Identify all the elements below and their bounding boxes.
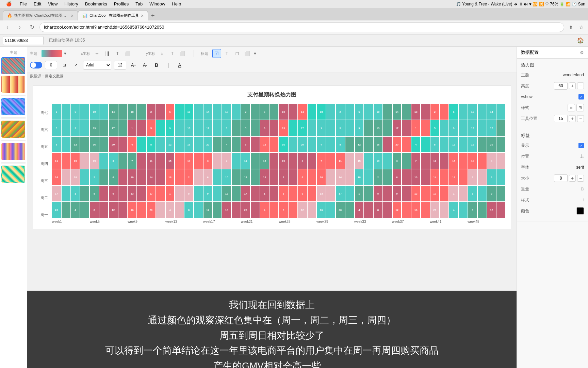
heatmap-cell[interactable]: 13	[411, 186, 420, 201]
heatmap-cell[interactable]	[496, 137, 505, 152]
heatmap-cell[interactable]: 2	[374, 169, 382, 185]
theme-dropdown[interactable]: ▼	[63, 51, 67, 56]
text-color-btn[interactable]: A	[175, 61, 184, 70]
heatmap-cell[interactable]: 11	[336, 153, 345, 169]
heatmap-cell[interactable]: 14	[393, 104, 402, 120]
toolpos-input[interactable]	[554, 115, 568, 122]
title-btn2[interactable]: □	[233, 49, 242, 58]
heatmap-cell[interactable]	[383, 153, 392, 169]
heatmap-cell[interactable]	[194, 120, 203, 136]
heatmap-cell[interactable]: 20	[241, 202, 250, 218]
height-plus-btn[interactable]: +	[569, 82, 576, 89]
heatmap-cell[interactable]	[289, 186, 297, 201]
heatmap-cell[interactable]	[496, 104, 505, 120]
heatmap-cell[interactable]: 19	[90, 153, 99, 169]
heatmap-cell[interactable]: 2	[241, 104, 250, 120]
menu-bookmarks[interactable]: Bookmarks	[82, 0, 111, 8]
heatmap-cell[interactable]: 5	[241, 120, 250, 136]
heatmap-cell[interactable]: 9	[109, 186, 118, 201]
heatmap-cell[interactable]: 14	[147, 169, 156, 185]
heatmap-cell[interactable]	[459, 104, 468, 120]
heatmap-cell[interactable]: 15	[355, 153, 364, 169]
heatmap-cell[interactable]: 18	[317, 104, 326, 120]
heatmap-cell[interactable]: 5	[468, 186, 477, 201]
heatmap-cell[interactable]	[383, 186, 392, 201]
title-btn3[interactable]: ⬜	[243, 49, 252, 58]
heatmap-cell[interactable]	[232, 186, 241, 201]
heatmap-cell[interactable]	[251, 104, 260, 120]
heatmap-cell[interactable]	[156, 169, 165, 185]
heatmap-cell[interactable]: 3	[109, 153, 118, 169]
heatmap-cell[interactable]	[175, 202, 184, 218]
heatmap-cell[interactable]: 2	[184, 169, 193, 185]
heatmap-cell[interactable]	[213, 120, 222, 136]
heatmap-cell[interactable]	[364, 186, 373, 201]
heatmap-cell[interactable]	[326, 186, 335, 201]
resize-icon2[interactable]: ↗	[71, 61, 80, 70]
heatmap-cell[interactable]	[232, 137, 241, 152]
heatmap-cell[interactable]: 6	[487, 169, 496, 185]
heatmap-cell[interactable]	[175, 169, 184, 185]
heatmap-cell[interactable]: 17	[393, 120, 402, 136]
menu-profiles[interactable]: Profiles	[111, 0, 132, 8]
heatmap-cell[interactable]: 2	[430, 104, 439, 120]
heatmap-cell[interactable]	[251, 120, 260, 136]
heatmap-cell[interactable]	[421, 104, 430, 120]
heatmap-cell[interactable]: 20	[203, 137, 212, 152]
heatmap-cell[interactable]	[364, 153, 373, 169]
heatmap-cell[interactable]	[137, 202, 146, 218]
heatmap-cell[interactable]: 5	[374, 186, 382, 201]
heatmap-cell[interactable]	[99, 120, 108, 136]
heatmap-cell[interactable]: 1	[355, 186, 364, 201]
heatmap-cell[interactable]	[308, 120, 316, 136]
heatmap-cell[interactable]	[232, 120, 241, 136]
heatmap-cell[interactable]: 6	[393, 169, 402, 185]
heatmap-cell[interactable]	[364, 169, 373, 185]
heatmap-cell[interactable]: 16	[374, 137, 382, 152]
heatmap-cell[interactable]: 4	[317, 137, 326, 152]
heatmap-cell[interactable]	[402, 153, 411, 169]
heatmap-cell[interactable]	[99, 137, 108, 152]
heatmap-cell[interactable]: 6	[298, 169, 307, 185]
heatmap-cell[interactable]: 1	[166, 186, 175, 201]
heatmap-cell[interactable]	[194, 169, 203, 185]
tab1-close[interactable]: ×	[71, 13, 74, 18]
heatmap-cell[interactable]: 16	[468, 137, 477, 152]
home-button[interactable]: 🏠	[576, 36, 585, 45]
heatmap-cell[interactable]: 6	[166, 104, 175, 120]
heatmap-cell[interactable]: 8	[374, 202, 382, 218]
heatmap-cell[interactable]: 13	[128, 186, 136, 201]
heatmap-cell[interactable]	[326, 202, 335, 218]
heatmap-cell[interactable]	[345, 137, 354, 152]
heatmap-cell[interactable]: 17	[487, 120, 496, 136]
heatmap-cell[interactable]: 6	[203, 169, 212, 185]
heatmap-cell[interactable]	[213, 153, 222, 169]
heatmap-cell[interactable]: 14	[487, 104, 496, 120]
heatmap-cell[interactable]	[345, 153, 354, 169]
heatmap-cell[interactable]: 4	[222, 137, 231, 152]
heatmap-cell[interactable]	[137, 153, 146, 169]
heatmap-cell[interactable]	[251, 137, 260, 152]
heatmap-cell[interactable]: 2	[336, 104, 345, 120]
heatmap-cell[interactable]	[99, 169, 108, 185]
heatmap-cell[interactable]: 5	[336, 120, 345, 136]
heatmap-cell[interactable]	[478, 202, 487, 218]
heatmap-cell[interactable]	[421, 153, 430, 169]
heatmap-cell[interactable]	[232, 169, 241, 185]
heatmap-cell[interactable]	[156, 120, 165, 136]
heatmap-cell[interactable]	[251, 202, 260, 218]
heatmap-cell[interactable]	[80, 104, 89, 120]
heatmap-cell[interactable]	[440, 153, 449, 169]
address-input[interactable]	[39, 22, 564, 32]
heatmap-cell[interactable]	[270, 202, 278, 218]
heatmap-cell[interactable]	[440, 186, 449, 201]
heatmap-cell[interactable]: 3	[487, 153, 496, 169]
heatmap-cell[interactable]	[137, 120, 146, 136]
heatmap-cell[interactable]	[118, 186, 127, 201]
heatmap-cell[interactable]: 14	[336, 169, 345, 185]
height-input[interactable]	[554, 82, 568, 90]
heatmap-cell[interactable]	[118, 104, 127, 120]
heatmap-cell[interactable]	[478, 153, 487, 169]
heatmap-cell[interactable]: 9	[71, 120, 80, 136]
yaxis-btn3[interactable]: ⬜	[178, 49, 187, 58]
